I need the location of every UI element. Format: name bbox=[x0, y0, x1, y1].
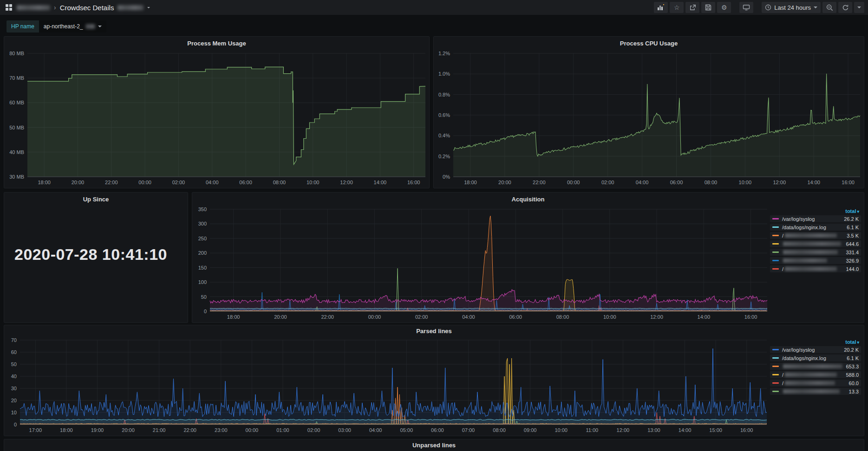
svg-text:02:00: 02:00 bbox=[307, 427, 320, 433]
save-button[interactable] bbox=[701, 2, 715, 13]
breadcrumb-root-redacted[interactable] bbox=[17, 5, 50, 10]
panel-title[interactable]: Acquisition bbox=[192, 193, 864, 206]
series-color-dash bbox=[772, 235, 779, 236]
svg-text:40 MB: 40 MB bbox=[9, 149, 24, 155]
save-icon bbox=[705, 4, 711, 11]
acquisition-chart[interactable]: 18:0020:0022:0000:0002:0004:0006:0008:00… bbox=[192, 206, 771, 322]
legend-row[interactable]: /var/log/syslog20.2 K bbox=[770, 346, 861, 353]
redacted-label bbox=[783, 389, 840, 393]
svg-text:10:00: 10:00 bbox=[555, 427, 568, 433]
svg-text:1.2%: 1.2% bbox=[438, 51, 450, 56]
svg-text:0.6%: 0.6% bbox=[438, 112, 450, 118]
legend-series-label bbox=[782, 364, 842, 368]
legend-series-label: /data/logs/nginx.log bbox=[782, 355, 826, 361]
svg-text:18:00: 18:00 bbox=[227, 314, 240, 320]
legend-series-total: 60.0 bbox=[849, 380, 859, 386]
svg-text:16:00: 16:00 bbox=[842, 180, 855, 185]
legend-sort-total[interactable]: total▾ bbox=[770, 338, 861, 346]
panel-title[interactable]: Process Mem Usage bbox=[4, 37, 429, 50]
svg-text:22:00: 22:00 bbox=[105, 180, 118, 185]
svg-text:07:00: 07:00 bbox=[462, 427, 475, 433]
legend-series-total: 26.2 K bbox=[844, 216, 859, 222]
panel-title[interactable]: Parsed lines bbox=[4, 325, 864, 336]
svg-text:13:00: 13:00 bbox=[647, 427, 660, 433]
svg-text:10:00: 10:00 bbox=[307, 180, 320, 185]
add-panel-button[interactable] bbox=[654, 2, 668, 13]
svg-text:10:00: 10:00 bbox=[603, 314, 616, 320]
variable-caret-icon bbox=[98, 26, 102, 27]
legend-row[interactable]: 326.9 bbox=[770, 257, 861, 264]
breadcrumb-dashboard-title[interactable]: Crowdsec Details bbox=[60, 4, 114, 12]
svg-text:50 MB: 50 MB bbox=[9, 125, 24, 130]
svg-text:23:00: 23:00 bbox=[215, 427, 228, 433]
time-range-picker[interactable]: Last 24 hours bbox=[762, 2, 821, 13]
series-color-dash bbox=[772, 374, 779, 375]
cycle-view-mode-button[interactable] bbox=[739, 2, 753, 13]
series-color-dash bbox=[772, 382, 779, 384]
refresh-interval-dropdown[interactable] bbox=[854, 2, 864, 13]
share-button[interactable] bbox=[685, 2, 699, 13]
legend-row[interactable]: /3.5 K bbox=[770, 232, 861, 239]
variable-value-dropdown[interactable]: ap-northeast-2_ bbox=[39, 20, 106, 32]
svg-text:18:00: 18:00 bbox=[38, 180, 51, 185]
svg-text:12:00: 12:00 bbox=[773, 180, 786, 185]
legend-row[interactable]: /60.0 bbox=[770, 380, 861, 387]
svg-text:18:00: 18:00 bbox=[60, 427, 73, 433]
refresh-button[interactable] bbox=[838, 2, 852, 13]
dashboards-grid-icon[interactable] bbox=[6, 4, 12, 11]
cpu-usage-chart[interactable]: 18:0020:0022:0000:0002:0004:0006:0008:00… bbox=[434, 50, 864, 188]
redacted-label bbox=[783, 258, 827, 263]
svg-text:200: 200 bbox=[198, 250, 207, 256]
svg-text:150: 150 bbox=[198, 265, 207, 271]
legend-series-total: 644.6 bbox=[846, 241, 859, 247]
sort-caret-icon: ▾ bbox=[857, 340, 859, 345]
legend-row[interactable]: /var/log/syslog26.2 K bbox=[770, 215, 861, 222]
star-button[interactable]: ☆ bbox=[670, 2, 684, 13]
svg-text:100: 100 bbox=[198, 279, 207, 285]
svg-text:15:00: 15:00 bbox=[709, 427, 722, 433]
monitor-icon bbox=[743, 4, 750, 11]
svg-text:14:00: 14:00 bbox=[698, 314, 711, 320]
breadcrumb-suffix-redacted bbox=[117, 5, 144, 10]
svg-text:09:00: 09:00 bbox=[524, 427, 537, 433]
redacted-label bbox=[783, 242, 841, 246]
navbar: › Crowdsec Details ☆ ⚙ bbox=[0, 0, 868, 15]
legend-row[interactable]: /data/logs/nginx.log6.1 K bbox=[770, 224, 861, 231]
legend-sort-total[interactable]: total▾ bbox=[770, 207, 861, 215]
legend-row[interactable]: /144.0 bbox=[770, 265, 861, 272]
svg-text:60: 60 bbox=[11, 349, 17, 355]
svg-text:12:00: 12:00 bbox=[617, 427, 630, 433]
legend-row[interactable]: /588.0 bbox=[770, 371, 861, 378]
mem-usage-chart[interactable]: 18:0020:0022:0000:0002:0004:0006:0008:00… bbox=[4, 50, 429, 188]
legend-row[interactable]: /data/logs/nginx.log6.1 K bbox=[770, 354, 861, 361]
up-since-value: 2020-07-28 10:41:10 bbox=[14, 193, 188, 316]
svg-text:16:00: 16:00 bbox=[740, 427, 753, 433]
panel-title[interactable]: Process CPU Usage bbox=[434, 37, 864, 50]
settings-button[interactable]: ⚙ bbox=[717, 2, 731, 13]
svg-text:22:00: 22:00 bbox=[533, 180, 546, 185]
panel-title[interactable]: Unparsed lines bbox=[4, 439, 864, 451]
svg-text:0: 0 bbox=[14, 422, 17, 427]
parsed-lines-chart[interactable]: 17:0018:0019:0020:0021:0022:0023:0000:00… bbox=[4, 336, 770, 436]
dashboard-dropdown-caret-icon[interactable] bbox=[147, 7, 150, 8]
svg-text:06:00: 06:00 bbox=[431, 427, 444, 433]
svg-text:300: 300 bbox=[198, 221, 207, 226]
legend-row[interactable]: 331.4 bbox=[770, 249, 861, 256]
svg-text:05:00: 05:00 bbox=[400, 427, 413, 433]
legend-row[interactable]: 644.6 bbox=[770, 240, 861, 247]
svg-text:14:00: 14:00 bbox=[374, 180, 387, 185]
svg-text:06:00: 06:00 bbox=[670, 180, 683, 185]
legend-row[interactable]: 13.3 bbox=[770, 388, 861, 395]
svg-text:30: 30 bbox=[11, 386, 17, 391]
legend-series-total: 326.9 bbox=[846, 258, 859, 264]
svg-text:11:00: 11:00 bbox=[586, 427, 598, 433]
svg-text:08:00: 08:00 bbox=[556, 314, 569, 320]
legend-row[interactable]: 653.3 bbox=[770, 363, 861, 370]
svg-text:250: 250 bbox=[198, 236, 207, 241]
svg-text:02:00: 02:00 bbox=[601, 180, 614, 185]
svg-text:0.8%: 0.8% bbox=[438, 92, 450, 97]
redacted-label bbox=[785, 381, 835, 385]
zoom-out-button[interactable] bbox=[822, 2, 836, 13]
legend-series-label bbox=[782, 389, 840, 393]
legend-series-label: / bbox=[782, 380, 835, 386]
